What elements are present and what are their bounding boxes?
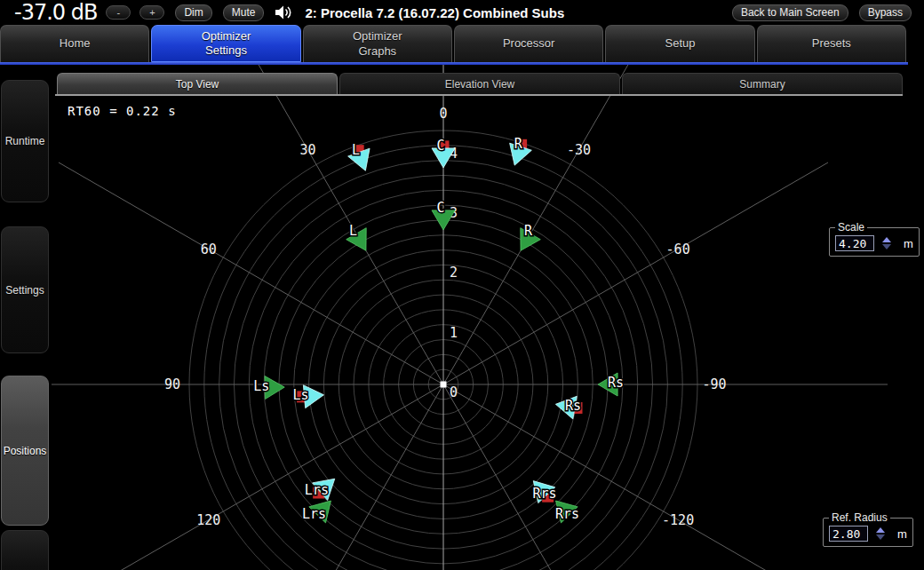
speaker-marker-Rrs-target: Rrs (555, 501, 579, 523)
speaker-marker-Rrs-measured: Rrs (532, 481, 556, 503)
volume-up-button[interactable]: + (139, 5, 164, 20)
ref-radius-label: Ref. Radius (829, 511, 890, 524)
view-tab-label: Top View (176, 78, 219, 91)
tab-optimizer-settings[interactable]: Optimizer Settings (151, 25, 300, 62)
speaker-position-plot: 030-3060-6090-90120-12001234LCRLsRsLrsRr… (52, 65, 924, 570)
view-tab-elevation-view[interactable]: Elevation View (339, 73, 620, 94)
sidebar-item-label: Runtime (5, 135, 45, 147)
spinner-down-icon[interactable] (882, 244, 891, 249)
speaker-marker-C-target: C (432, 200, 455, 230)
angle-tick-label: 90 (164, 376, 180, 392)
top-bar: -37.0 dB - + Dim Mute 2: Procella 7.2 (1… (0, 0, 924, 25)
sidebar-item-settings[interactable]: Settings (1, 226, 49, 353)
tab-presets[interactable]: Presets (757, 25, 906, 62)
speaker-marker-Lrs-measured: Lrs (305, 479, 335, 500)
angle-tick-label: -120 (662, 512, 694, 528)
tab-label: Processor (503, 36, 555, 51)
scale-input[interactable] (835, 235, 874, 251)
tab-home[interactable]: Home (0, 25, 149, 62)
spinner-down-icon[interactable] (876, 534, 885, 540)
content-area: Top ViewElevation ViewSummary RT60 = 0.2… (52, 65, 924, 570)
sidebar-item-extra[interactable] (1, 530, 49, 570)
sidebar-item-label: Settings (5, 284, 44, 297)
speaker-marker-Rs-measured: Rs (555, 396, 582, 419)
speaker-label: R (514, 136, 523, 152)
bypass-button[interactable]: Bypass (859, 4, 912, 21)
view-tab-underline (55, 94, 903, 96)
tab-setup[interactable]: Setup (605, 25, 754, 62)
radius-tick-label: 0 (450, 384, 458, 400)
speaker-label: Rs (565, 398, 581, 414)
preset-title: 2: Procella 7.2 (16.07.22) Combined Subs (305, 5, 564, 20)
ref-radius-spinner[interactable] (876, 527, 885, 540)
scale-label: Scale (835, 221, 867, 234)
speaker-label: L (352, 142, 360, 158)
angle-tick-label: -90 (702, 376, 726, 392)
view-tab-top-view[interactable]: Top View (57, 73, 338, 94)
speaker-marker-R-target: R (521, 223, 541, 250)
speaker-marker-L-measured: L (348, 142, 370, 171)
speaker-label: Rrs (555, 506, 579, 522)
speaker-icon (275, 4, 294, 20)
tab-label: Setup (665, 36, 695, 51)
speaker-label: Rs (608, 375, 624, 391)
ref-radius-unit: m (897, 527, 907, 541)
master-volume-readout: -37.0 dB (14, 2, 97, 23)
view-tab-label: Elevation View (445, 78, 515, 91)
speaker-label: Lrs (305, 482, 329, 498)
speaker-label: L (349, 223, 357, 239)
sidebar-item-runtime[interactable]: Runtime (1, 80, 49, 202)
grid-spoke (59, 162, 443, 384)
scale-spinner[interactable] (882, 237, 891, 249)
speaker-marker-C-measured: C (432, 138, 455, 168)
dim-button[interactable]: Dim (175, 4, 211, 21)
tab-label: Optimizer Graphs (353, 29, 402, 59)
view-tab-label: Summary (739, 78, 785, 91)
grid-spoke (443, 384, 665, 570)
sidebar-item-positions[interactable]: Positions (1, 376, 49, 526)
angle-tick-label: -30 (567, 142, 591, 158)
sidebar-item-label: Positions (4, 445, 47, 457)
sidebar: RuntimeSettingsPositions (0, 65, 52, 570)
speaker-marker-Rs-target: Rs (598, 373, 624, 396)
volume-down-button[interactable]: - (106, 5, 131, 20)
mute-button[interactable]: Mute (223, 4, 265, 21)
speaker-marker-Ls-measured: Ls (293, 385, 324, 408)
speaker-label: Rrs (532, 486, 556, 502)
spinner-up-icon[interactable] (876, 527, 885, 533)
rt60-readout: RT60 = 0.22 s (68, 104, 177, 118)
view-tab-bar: Top ViewElevation ViewSummary (57, 73, 903, 94)
speaker-label: C (436, 200, 444, 216)
radius-tick-label: 1 (450, 325, 458, 341)
speaker-marker-Lrs-target: Lrs (302, 501, 331, 523)
speaker-label: Lrs (302, 506, 326, 522)
angle-tick-label: 0 (439, 106, 447, 122)
back-to-main-screen-button[interactable]: Back to Main Screen (732, 4, 848, 21)
speaker-marker-Ls-target: Ls (253, 376, 284, 400)
view-tab-summary[interactable]: Summary (622, 73, 903, 94)
speaker-marker-L-target: L (346, 223, 367, 250)
ref-radius-input[interactable] (829, 526, 868, 542)
tab-label: Home (60, 36, 91, 51)
tab-processor[interactable]: Processor (454, 25, 603, 62)
angle-tick-label: 120 (196, 512, 220, 528)
tab-optimizer-graphs[interactable]: Optimizer Graphs (303, 25, 452, 62)
angle-tick-label: 60 (201, 241, 217, 257)
main-tab-bar: HomeOptimizer SettingsOptimizer GraphsPr… (0, 25, 906, 62)
radius-tick-label: 2 (450, 265, 458, 281)
speaker-label: Ls (253, 378, 269, 394)
listener-position-dot (441, 382, 447, 388)
grid-spoke (221, 384, 443, 570)
angle-tick-label: -60 (666, 241, 690, 257)
speaker-label: Ls (293, 387, 309, 403)
tab-label: Presets (812, 36, 851, 51)
angle-tick-label: 30 (299, 142, 315, 158)
ref-radius-control: Ref. Radius m (823, 511, 913, 547)
top-bar-right: Back to Main Screen Bypass (721, 4, 912, 21)
spinner-up-icon[interactable] (882, 237, 891, 242)
grid-spoke (443, 162, 828, 384)
speaker-label: C (436, 138, 444, 154)
scale-unit: m (904, 237, 913, 250)
app-screen: -37.0 dB - + Dim Mute 2: Procella 7.2 (1… (0, 0, 924, 570)
scale-control: Scale m (829, 221, 920, 257)
